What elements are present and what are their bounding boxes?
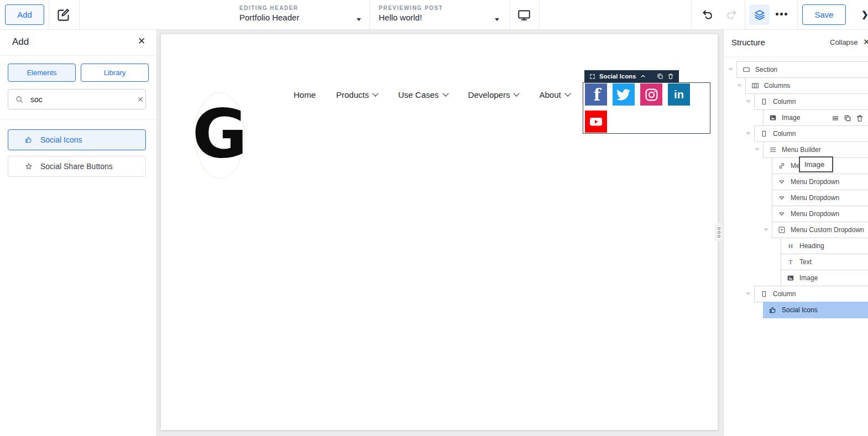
twitter-icon[interactable] bbox=[613, 83, 635, 106]
menu-icon bbox=[769, 146, 777, 154]
chevron-icon[interactable] bbox=[746, 99, 751, 104]
search-result[interactable]: Social Share Buttons bbox=[8, 156, 146, 177]
panel-resize-handle[interactable] bbox=[715, 223, 723, 241]
tab-elements[interactable]: Elements bbox=[8, 64, 76, 82]
nav-item-products[interactable]: Products bbox=[336, 90, 378, 99]
chevron-icon[interactable] bbox=[746, 291, 751, 296]
tab-library[interactable]: Library bbox=[81, 64, 149, 82]
tree-row-column[interactable]: Column bbox=[754, 286, 868, 302]
tree-row-section[interactable]: Section bbox=[736, 61, 868, 78]
chevron-up-icon[interactable] bbox=[640, 73, 646, 79]
divider bbox=[510, 0, 510, 29]
duplicate-icon[interactable] bbox=[844, 114, 851, 122]
undo-icon[interactable] bbox=[701, 8, 714, 22]
move-icon[interactable] bbox=[589, 73, 595, 80]
column-icon bbox=[760, 98, 768, 106]
tree-row-image[interactable]: Image bbox=[763, 109, 868, 126]
tree-row-columns[interactable]: Columns bbox=[745, 77, 868, 94]
add-panel: Add ✕ ElementsLibrary ✕ Social Icons Soc… bbox=[0, 29, 157, 436]
chevron-down-icon bbox=[442, 90, 448, 96]
text-icon: T bbox=[787, 258, 794, 266]
tree-row-column[interactable]: Column bbox=[754, 125, 868, 142]
previewing-post-selector[interactable]: PREVIEWING POST Hello world! bbox=[379, 5, 500, 22]
nav-item-home[interactable]: Home bbox=[294, 90, 316, 99]
link-icon bbox=[778, 162, 786, 170]
tree-row-column[interactable]: Column bbox=[754, 93, 868, 110]
divider bbox=[797, 0, 798, 29]
svg-text:H: H bbox=[788, 243, 793, 249]
preview-canvas[interactable]: G Home Products Use Cases Developers Abo… bbox=[161, 34, 718, 430]
site-logo[interactable]: G bbox=[195, 92, 245, 178]
editing-header-value: Portfolio Header bbox=[239, 13, 369, 22]
trash-icon[interactable] bbox=[856, 114, 864, 122]
social-icons-element[interactable]: fin bbox=[583, 82, 710, 134]
facebook-icon[interactable]: f bbox=[585, 83, 607, 106]
trash-icon[interactable] bbox=[667, 73, 674, 80]
close-icon[interactable]: ✕ bbox=[863, 37, 868, 47]
column-icon bbox=[760, 130, 768, 138]
divider bbox=[369, 0, 370, 29]
more-options-icon[interactable] bbox=[776, 13, 787, 15]
tree-row-social-icons[interactable]: Social Icons bbox=[763, 302, 868, 318]
chevron-icon[interactable] bbox=[764, 227, 768, 232]
duplicate-icon[interactable] bbox=[657, 73, 663, 80]
chevron-icon[interactable] bbox=[746, 131, 751, 136]
thumbs-up-icon bbox=[25, 136, 33, 144]
chevron-icon[interactable] bbox=[737, 83, 742, 88]
tree-row-text[interactable]: T Text bbox=[781, 254, 868, 270]
tree-row-menu-custom-dropdown[interactable]: Menu Custom Dropdown bbox=[772, 222, 868, 238]
nav-item-use-cases[interactable]: Use Cases bbox=[398, 90, 447, 99]
previewing-post-label: PREVIEWING POST bbox=[379, 5, 500, 11]
redo-icon[interactable] bbox=[725, 8, 738, 22]
divider bbox=[0, 119, 156, 120]
tree-row-menu-dropdown[interactable]: Menu Dropdown bbox=[772, 174, 868, 190]
tree-row-menu-builder[interactable]: Menu Builder bbox=[763, 141, 868, 158]
youtube-icon[interactable] bbox=[585, 111, 607, 133]
editing-header-selector[interactable]: EDITING HEADER Portfolio Header bbox=[239, 5, 369, 22]
image-icon bbox=[787, 274, 794, 282]
monitor-icon[interactable] bbox=[517, 8, 531, 22]
chevron-icon[interactable] bbox=[728, 67, 733, 72]
columns-icon bbox=[751, 82, 759, 90]
dropdown-icon bbox=[778, 178, 786, 186]
section-icon bbox=[742, 66, 750, 73]
chevron-down-icon bbox=[514, 90, 520, 96]
element-toolbar[interactable]: Social Icons bbox=[584, 70, 679, 82]
tree-row-heading[interactable]: H Heading bbox=[781, 238, 868, 254]
nav-item-developers[interactable]: Developers bbox=[468, 90, 519, 99]
tree-row-image[interactable]: Image bbox=[781, 270, 868, 286]
logo-letter: G bbox=[192, 100, 247, 167]
options-icon[interactable] bbox=[832, 114, 839, 122]
thumbs-up-icon bbox=[769, 306, 777, 314]
structure-tree: Image Section Columns Column Image bbox=[724, 57, 868, 436]
chevron-down-icon bbox=[495, 18, 499, 21]
editing-header-label: EDITING HEADER bbox=[239, 5, 369, 11]
collapse-button[interactable]: Collapse bbox=[830, 38, 858, 46]
clear-search-icon[interactable]: ✕ bbox=[137, 95, 144, 104]
divider bbox=[745, 0, 745, 29]
tree-row-menu-dropdown[interactable]: Menu Dropdown bbox=[772, 206, 868, 222]
divider bbox=[691, 0, 692, 29]
dropdown-icon bbox=[778, 194, 786, 202]
save-button[interactable]: Save bbox=[802, 4, 846, 25]
panel-collapse-chevron-icon[interactable]: ❯ bbox=[861, 9, 868, 19]
layers-icon[interactable] bbox=[749, 4, 770, 25]
divider bbox=[539, 0, 540, 29]
heading-icon: H bbox=[787, 242, 794, 250]
search-result[interactable]: Social Icons bbox=[8, 129, 146, 150]
svg-text:T: T bbox=[789, 259, 793, 265]
linkedin-icon[interactable]: in bbox=[668, 83, 690, 106]
search-input[interactable] bbox=[29, 94, 132, 104]
edit-icon[interactable] bbox=[56, 7, 71, 22]
chevron-icon[interactable] bbox=[755, 147, 760, 152]
search-icon bbox=[15, 95, 24, 104]
top-toolbar: Add EDITING HEADER Portfolio Header PREV… bbox=[0, 0, 868, 30]
dropdown-icon bbox=[778, 210, 786, 218]
close-icon[interactable]: ✕ bbox=[138, 35, 145, 47]
add-button[interactable]: Add bbox=[5, 4, 44, 25]
chevron-down-icon bbox=[564, 90, 571, 96]
structure-panel-header: Structure Collapse ✕ bbox=[724, 29, 868, 57]
nav-item-about[interactable]: About bbox=[539, 90, 569, 99]
instagram-icon[interactable] bbox=[640, 83, 662, 106]
tree-row-menu-dropdown[interactable]: Menu Dropdown bbox=[772, 190, 868, 206]
